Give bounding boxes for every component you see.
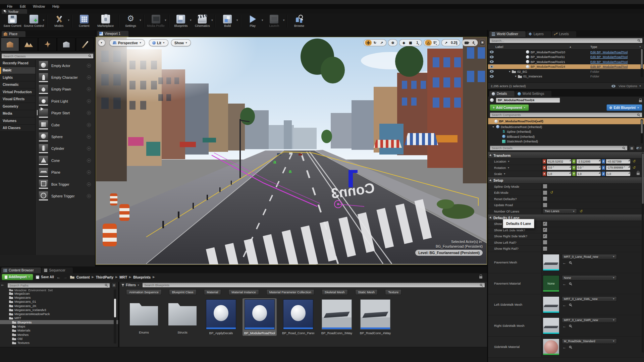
folder-tree-item[interactable]: Megascans_Icelandv3 xyxy=(0,308,118,312)
breadcrumb-blueprints[interactable]: Blueprints xyxy=(133,275,151,279)
drag-handle-icon[interactable] xyxy=(87,182,91,186)
actor-label[interactable]: BP_ModularRoadTool21 xyxy=(531,60,565,64)
actor-label[interactable]: BP_ModularRoadTool24 xyxy=(531,65,565,68)
edit-blueprint-button[interactable]: ⚙ Edit Blueprint ▼ xyxy=(606,104,642,111)
asset-tile[interactable]: BP_ModularRoadTool xyxy=(243,298,277,336)
chevron-down-icon[interactable]: ▼ xyxy=(189,19,192,22)
place-category[interactable]: All Classes xyxy=(0,125,35,132)
place-category[interactable]: Recently Placed xyxy=(0,60,35,67)
asset-dropdown[interactable]: None▼ xyxy=(562,275,617,281)
drag-handle-icon[interactable] xyxy=(87,99,91,103)
toolbar-button[interactable]: Save Current xyxy=(2,15,23,27)
chevron-down-icon[interactable]: ▼ xyxy=(261,19,264,22)
folder-tree-item[interactable]: Meshes xyxy=(0,333,118,337)
tab-viewport-1[interactable]: Viewport 1 xyxy=(97,31,128,37)
camera-speed-value[interactable]: 4▼ xyxy=(470,40,477,46)
toolbar-button[interactable]: Settings xyxy=(120,15,141,27)
column-label[interactable]: Label xyxy=(488,45,503,49)
asset-type-chip[interactable]: Static Mesh xyxy=(355,289,378,295)
asset-type-chip[interactable]: Material xyxy=(204,289,221,295)
toolbar-tab[interactable]: Toolbar xyxy=(2,9,27,14)
folder-tree-item[interactable]: Meadow_Environment_Set xyxy=(0,289,118,291)
x-value-field[interactable]: 8126.52832 xyxy=(547,159,571,164)
toolbar-button[interactable]: Content xyxy=(74,15,95,27)
chevron-down-icon[interactable]: ▼ xyxy=(139,19,142,22)
lit-mode-button[interactable]: Lit▼ xyxy=(149,39,168,46)
perspective-button[interactable]: Perspective▼ xyxy=(109,39,145,46)
component-row[interactable]: ▼ StaticMesh (Inherited) xyxy=(488,139,644,144)
visibility-eye-icon[interactable] xyxy=(490,51,494,53)
x-value-field[interactable]: 0.0 ° xyxy=(547,166,571,170)
place-item[interactable]: Box Trigger xyxy=(36,178,95,190)
asset-dropdown[interactable]: M_RoadSide_Standard▼ xyxy=(562,339,617,344)
panel-tab[interactable]: Levels xyxy=(552,31,576,37)
transform-row-label[interactable]: Location xyxy=(494,160,506,163)
place-item[interactable]: Plane xyxy=(36,167,95,178)
checkbox[interactable] xyxy=(543,196,547,201)
asset-thumbnail[interactable]: None xyxy=(543,275,559,292)
drag-handle-icon[interactable] xyxy=(87,111,91,115)
expand-arrow-icon[interactable]: ▼ xyxy=(515,75,518,77)
grid-snap-button[interactable]: ▦ xyxy=(407,40,414,46)
filters-button[interactable]: Filters ▼ xyxy=(121,283,140,287)
outliner-row[interactable]: ▼ 01_Instances Folder xyxy=(488,74,644,79)
panel-tab[interactable]: Content Browser xyxy=(1,267,41,273)
toolbar-button[interactable]: Media Profile xyxy=(146,15,166,27)
drag-handle-icon[interactable] xyxy=(87,64,91,68)
place-item[interactable]: Empty Character xyxy=(36,71,95,83)
back-button[interactable]: ← xyxy=(57,275,61,280)
toolbar-button[interactable]: Launch xyxy=(264,15,284,27)
move-tool-button[interactable] xyxy=(365,40,372,46)
asset-thumbnail[interactable] xyxy=(543,339,559,355)
toolbar-button[interactable]: Play xyxy=(242,15,263,27)
chevron-down-icon[interactable]: ▼ xyxy=(236,19,238,22)
grid-snap-value[interactable]: 1▼ xyxy=(414,40,421,46)
scrollbar[interactable] xyxy=(642,153,644,353)
asset-type-chip[interactable]: Skeletal Mesh xyxy=(322,289,348,295)
toolbar-button[interactable]: Blueprints xyxy=(170,15,191,27)
maximize-viewport-icon[interactable]: ▣ xyxy=(480,40,485,45)
transform-row-label[interactable]: Rotation xyxy=(494,166,506,170)
place-category[interactable]: Media xyxy=(0,110,35,118)
asset-tile[interactable]: BP_ApplyDecals xyxy=(204,298,238,336)
place-item[interactable]: Empty Pawn xyxy=(36,83,95,95)
folder-tree-item[interactable]: Textures xyxy=(0,341,118,345)
outliner-search-input[interactable]: Search... xyxy=(489,38,643,43)
asset-dropdown[interactable]: MRT_0_Lane_SWR_new▼ xyxy=(562,317,617,323)
x-value-field[interactable]: 1.0 xyxy=(547,172,571,176)
asset-tile[interactable]: BP_RoadConn_3Way xyxy=(320,298,354,336)
place-category[interactable]: Basic xyxy=(0,67,35,74)
use-selected-asset-icon[interactable]: ← xyxy=(562,324,566,328)
asset-dropdown[interactable]: MRT_0_Lane_Road_new▼ xyxy=(562,254,617,259)
folder-tree-item[interactable]: MegascansMeadowPack xyxy=(0,312,118,316)
actor-type-link[interactable]: Edit BP_ModularRoadTool xyxy=(590,55,641,59)
outliner-row[interactable]: ▼ BP_ModularRoadTool21 Edit BP_ModularRo… xyxy=(488,59,644,64)
checkbox[interactable] xyxy=(543,190,547,195)
toolbar-button[interactable]: Marketplace xyxy=(95,15,116,27)
visibility-eye-icon[interactable] xyxy=(490,65,494,68)
checkbox[interactable] xyxy=(543,240,547,245)
visibility-eye-icon[interactable] xyxy=(490,60,494,63)
z-value-field[interactable]: -179.999969 ° xyxy=(606,166,630,170)
use-selected-asset-icon[interactable]: ← xyxy=(562,345,566,349)
checkbox[interactable] xyxy=(543,234,547,239)
y-value-field[interactable]: 1.0 xyxy=(577,172,601,176)
checkbox[interactable] xyxy=(543,222,547,226)
drag-handle-icon[interactable] xyxy=(87,87,91,91)
folder-tree-item[interactable]: Blueprints xyxy=(0,320,118,324)
checkbox[interactable] xyxy=(543,228,547,232)
asset-type-chip[interactable]: Blueprint Class xyxy=(169,289,197,295)
lock-icon[interactable] xyxy=(479,276,482,279)
drag-handle-icon[interactable] xyxy=(87,75,91,79)
reset-to-default-icon[interactable]: ↺ xyxy=(633,166,636,170)
place-mode-tab[interactable] xyxy=(76,38,94,51)
toolbar-button[interactable]: Build xyxy=(217,15,238,27)
asset-dropdown[interactable]: MRT_0_Lane_SWL_new▼ xyxy=(562,296,617,302)
current-level-badge[interactable]: Level: BG_Fourlaneroad (Persistent) xyxy=(415,250,483,256)
actor-label[interactable]: BP_ModularRoadTool10 xyxy=(531,50,565,54)
rotate-tool-button[interactable]: ↻ xyxy=(372,40,378,46)
reset-to-default-icon[interactable]: ↺ xyxy=(633,160,636,163)
menu-item[interactable]: Window xyxy=(29,5,49,8)
asset-thumbnail[interactable] xyxy=(543,296,559,313)
place-mode-tab[interactable] xyxy=(19,38,38,51)
